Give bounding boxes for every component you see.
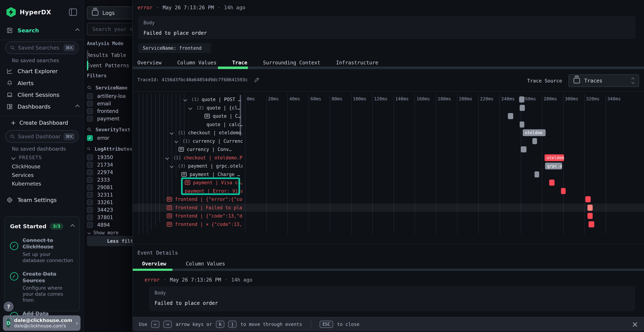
checkbox-checked[interactable]: ✓ bbox=[87, 135, 93, 141]
sidebar-collapse-icon[interactable] bbox=[69, 8, 77, 16]
trace-span-row[interactable]: frontend | {"error":{"code… bbox=[133, 195, 242, 204]
checkbox[interactable] bbox=[87, 154, 93, 160]
sidebar-item-search[interactable]: Search bbox=[6, 27, 39, 34]
help-button[interactable]: ? bbox=[4, 302, 14, 312]
filter-checkbox-item[interactable]: artillery-loa bbox=[87, 92, 132, 100]
filter-checkbox-item[interactable]: 29081 bbox=[87, 184, 132, 191]
saved-searches-input[interactable]: Saved Searches ⌘K bbox=[5, 42, 79, 54]
sidebar-item-chart-explorer[interactable]: Chart Explorer bbox=[6, 68, 58, 74]
expand-chevron-icon[interactable] bbox=[170, 164, 174, 168]
chevron-up-icon[interactable] bbox=[70, 224, 74, 228]
get-started-item[interactable]: ✓ Connect to ClickHouse Set up your data… bbox=[10, 237, 74, 263]
span-bar[interactable] bbox=[588, 205, 593, 211]
filter-checkbox-item[interactable]: frontend bbox=[87, 107, 132, 115]
span-bar[interactable] bbox=[520, 105, 525, 111]
span-bar-labeled[interactable]: oteldem bbox=[544, 154, 564, 161]
tab-infrastructure[interactable]: Infrastructure bbox=[336, 60, 378, 66]
trace-span-row[interactable]: (1)quote | POST … bbox=[133, 95, 242, 104]
span-bar[interactable] bbox=[588, 213, 593, 219]
sidebar-item-dashboards[interactable]: Dashboards bbox=[6, 104, 50, 110]
trace-span-row[interactable]: quote | C… bbox=[133, 112, 242, 120]
span-bar[interactable] bbox=[521, 146, 527, 152]
trace-span-row[interactable]: quote | calc… bbox=[133, 120, 242, 128]
sidebar-item-client-sessions[interactable]: Client Sessions bbox=[6, 92, 60, 98]
search-icon[interactable] bbox=[87, 146, 91, 151]
filter-checkbox-item[interactable]: 4894 bbox=[87, 221, 132, 228]
checkbox[interactable] bbox=[87, 177, 93, 183]
span-bar[interactable] bbox=[588, 221, 594, 227]
create-dashboard-button[interactable]: + Create Dashboard bbox=[11, 119, 68, 126]
expand-chevron-icon[interactable] bbox=[188, 106, 192, 110]
filter-checkbox-item[interactable]: 21734 bbox=[87, 161, 132, 168]
saved-dashboards-input[interactable]: Saved Dashboards ⌘K bbox=[5, 130, 79, 143]
filter-checkbox-item[interactable]: 2333 bbox=[87, 176, 132, 184]
checkbox[interactable] bbox=[87, 214, 93, 220]
filter-checkbox-item[interactable]: email bbox=[87, 100, 132, 107]
chevron-up-icon[interactable] bbox=[75, 28, 80, 32]
span-bar-labeled[interactable]: oteldem bbox=[523, 129, 546, 136]
filter-checkbox-item[interactable]: 34423 bbox=[87, 206, 132, 214]
service-name-chip[interactable]: ServiceName: frontend bbox=[138, 43, 211, 53]
checkbox[interactable] bbox=[87, 184, 93, 190]
checkbox[interactable] bbox=[87, 192, 93, 198]
edit-icon[interactable] bbox=[254, 77, 260, 82]
sidebar-item-kubernetes[interactable]: Kubernetes bbox=[12, 181, 41, 187]
tab-surrounding-context[interactable]: Surrounding Context bbox=[263, 60, 320, 66]
mode-results-table[interactable]: Results Table bbox=[87, 50, 126, 60]
expand-chevron-icon[interactable] bbox=[174, 139, 178, 143]
event-details-tab-column-values[interactable]: Column Values bbox=[186, 261, 225, 267]
checkbox[interactable] bbox=[87, 101, 93, 106]
close-icon[interactable]: × bbox=[632, 320, 638, 328]
filter-checkbox-item[interactable]: 32311 bbox=[87, 191, 132, 198]
span-bar[interactable] bbox=[549, 180, 554, 186]
trace-span-row[interactable]: frontend | {"code":13,"det… bbox=[133, 212, 242, 220]
get-started-item[interactable]: ✓ Create Data Sources Configure where yo… bbox=[10, 271, 74, 303]
span-bar[interactable] bbox=[532, 138, 537, 144]
sidebar-item-services[interactable]: Services bbox=[12, 172, 34, 178]
trace-source-select[interactable]: Traces bbox=[568, 74, 639, 87]
checkbox[interactable] bbox=[87, 93, 93, 99]
trace-span-row[interactable]: (1)checkout | oteldemo.… bbox=[133, 128, 242, 137]
trace-span-row[interactable]: (3)payment | grpc.oteld… bbox=[133, 162, 242, 170]
span-bar[interactable] bbox=[519, 96, 524, 102]
tab-trace[interactable]: Trace bbox=[232, 60, 247, 66]
checkbox[interactable] bbox=[87, 200, 93, 205]
expand-chevron-icon[interactable] bbox=[165, 156, 169, 160]
checkbox[interactable] bbox=[87, 108, 93, 114]
span-bar[interactable] bbox=[520, 122, 524, 128]
trace-span-row[interactable]: frontend | × {"code":13,"d… bbox=[133, 220, 242, 228]
trace-span-row[interactable]: (1)checkout | oteldemo.Pa… bbox=[133, 154, 242, 162]
checkbox[interactable] bbox=[87, 170, 93, 175]
chevron-up-icon[interactable] bbox=[75, 104, 80, 109]
filter-checkbox-item[interactable]: 33261 bbox=[87, 198, 132, 206]
search-icon[interactable] bbox=[87, 85, 92, 90]
trace-span-row[interactable]: (2)quote | {cl… bbox=[133, 104, 242, 112]
span-bar[interactable] bbox=[534, 171, 539, 178]
logo[interactable]: HyperDX bbox=[6, 7, 51, 17]
checkbox[interactable] bbox=[87, 207, 93, 213]
sidebar-item-clickhouse[interactable]: ClickHouse bbox=[12, 164, 40, 170]
filter-checkbox-item[interactable]: 22974 bbox=[87, 168, 132, 176]
span-bar[interactable] bbox=[585, 196, 591, 202]
trace-span-row[interactable]: frontend | Failed to place… bbox=[133, 204, 242, 212]
search-icon[interactable] bbox=[87, 127, 92, 132]
mode-event-patterns[interactable]: Event Patterns bbox=[87, 60, 129, 70]
span-bar-labeled[interactable]: grpc.o bbox=[545, 162, 562, 170]
checkbox[interactable] bbox=[87, 116, 93, 122]
sidebar-item-alerts[interactable]: Alerts bbox=[6, 80, 34, 86]
presets-toggle[interactable]: PRESETS bbox=[12, 155, 42, 160]
filter-checkbox-item[interactable]: 19350 bbox=[87, 154, 132, 161]
trace-waterfall[interactable]: 0ms20ms40ms60ms80ms100ms120ms140ms160ms1… bbox=[133, 91, 644, 244]
filter-checkbox-item[interactable]: payment bbox=[87, 115, 132, 122]
tab-column-values[interactable]: Column Values bbox=[177, 60, 216, 66]
span-bar[interactable] bbox=[561, 188, 566, 194]
span-bar[interactable] bbox=[508, 113, 513, 119]
filter-checkbox-item[interactable]: 37801 bbox=[87, 214, 132, 221]
tab-overview[interactable]: Overview bbox=[138, 60, 162, 66]
trace-span-row[interactable]: (1)currency | Currenc… bbox=[133, 137, 242, 145]
checkbox[interactable] bbox=[87, 162, 93, 168]
user-menu[interactable]: D dale@clickhouse.com dale@clickhouse.co… bbox=[3, 315, 80, 331]
event-details-tab-overview[interactable]: Overview bbox=[142, 261, 166, 267]
trace-span-row[interactable]: currency | Conv… bbox=[133, 145, 242, 154]
filter-checkbox-item[interactable]: ✓error bbox=[87, 134, 132, 142]
